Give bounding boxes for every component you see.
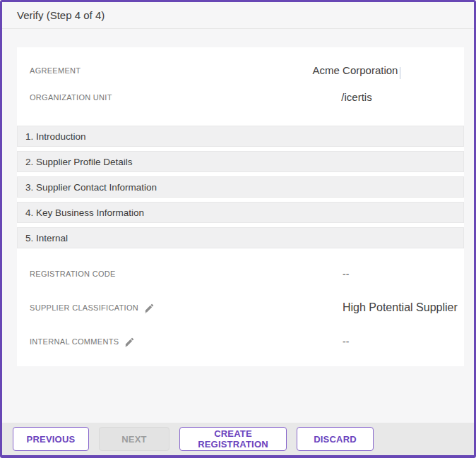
section-label: 3. Supplier Contact Information bbox=[25, 182, 157, 193]
page-title: Verify (Step 4 of 4) bbox=[17, 9, 105, 21]
pencil-icon[interactable] bbox=[144, 303, 155, 313]
registration-code-label: REGISTRATION CODE bbox=[17, 270, 343, 278]
pencil-icon[interactable] bbox=[124, 337, 135, 347]
internal-section-body: REGISTRATION CODE -- SUPPLIER CLASSIFICA… bbox=[17, 257, 464, 358]
wizard-footer: PREVIOUS NEXT CREATE REGISTRATION DISCAR… bbox=[2, 423, 474, 455]
agreement-label: AGREEMENT bbox=[17, 66, 254, 75]
verify-step-panel: Verify (Step 4 of 4) AGREEMENT Acme Corp… bbox=[0, 0, 476, 458]
agreement-value-input[interactable]: Acme Corporation bbox=[313, 64, 398, 76]
panel-header: Verify (Step 4 of 4) bbox=[2, 2, 474, 29]
organization-unit-value-wrap: /icertis bbox=[254, 91, 464, 104]
supplier-classification-label: SUPPLIER CLASSIFICATION bbox=[17, 303, 343, 313]
section-label: 4. Key Business Information bbox=[25, 207, 144, 218]
agreement-value-wrap: Acme Corporation bbox=[254, 64, 464, 77]
section-label: 5. Internal bbox=[25, 233, 68, 243]
create-registration-button[interactable]: CREATE REGISTRATION bbox=[179, 427, 287, 451]
section-label: 1. Introduction bbox=[25, 131, 86, 142]
organization-unit-value: /icertis bbox=[341, 91, 371, 103]
organization-unit-row: ORGANIZATION UNIT /icertis bbox=[17, 84, 464, 111]
previous-button[interactable]: PREVIOUS bbox=[13, 427, 89, 451]
field-label-text: SUPPLIER CLASSIFICATION bbox=[30, 303, 138, 312]
internal-comments-value: -- bbox=[343, 336, 464, 347]
field-label-text: INTERNAL COMMENTS bbox=[30, 337, 119, 346]
discard-button[interactable]: DISCARD bbox=[297, 427, 374, 451]
section-header-internal[interactable]: 5. Internal bbox=[17, 227, 464, 248]
next-button[interactable]: NEXT bbox=[99, 427, 169, 451]
internal-comments-label: INTERNAL COMMENTS bbox=[17, 337, 343, 347]
field-label-text: REGISTRATION CODE bbox=[30, 270, 116, 278]
agreement-row: AGREEMENT Acme Corporation bbox=[17, 57, 464, 84]
section-header-key-business-information[interactable]: 4. Key Business Information bbox=[17, 202, 464, 223]
section-header-supplier-contact-information[interactable]: 3. Supplier Contact Information bbox=[17, 176, 464, 198]
section-header-introduction[interactable]: 1. Introduction bbox=[17, 126, 464, 147]
registration-code-value: -- bbox=[343, 268, 464, 279]
supplier-classification-value: High Potential Supplier bbox=[343, 301, 464, 314]
organization-unit-label: ORGANIZATION UNIT bbox=[17, 93, 254, 102]
registration-code-row: REGISTRATION CODE -- bbox=[17, 257, 464, 291]
supplier-classification-row: SUPPLIER CLASSIFICATION High Potential S… bbox=[17, 291, 464, 325]
verify-card: AGREEMENT Acme Corporation ORGANIZATION … bbox=[17, 47, 464, 366]
internal-comments-row: INTERNAL COMMENTS -- bbox=[17, 325, 464, 358]
text-cursor bbox=[400, 67, 400, 79]
sections-accordion: 1. Introduction 2. Supplier Profile Deta… bbox=[17, 126, 464, 248]
section-header-supplier-profile-details[interactable]: 2. Supplier Profile Details bbox=[17, 151, 464, 172]
section-label: 2. Supplier Profile Details bbox=[25, 157, 133, 167]
